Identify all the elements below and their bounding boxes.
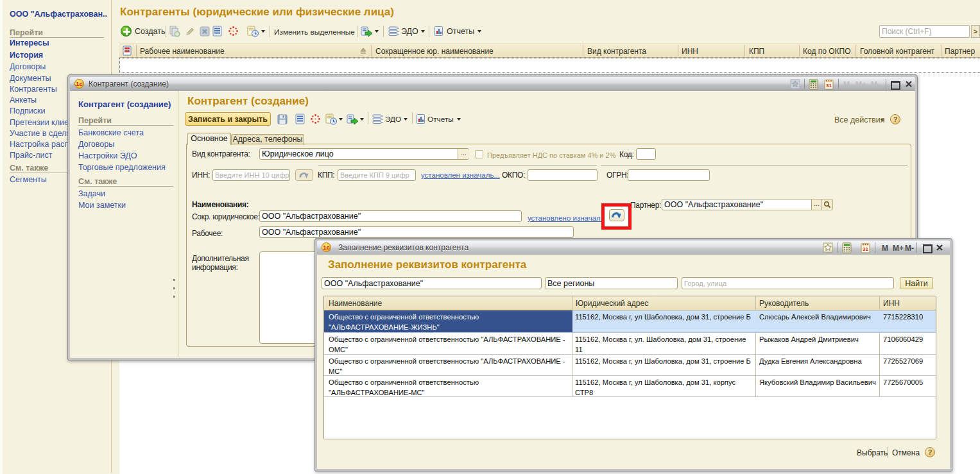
svg-text:31: 31 [863,246,868,252]
svg-text:31: 31 [826,83,832,89]
